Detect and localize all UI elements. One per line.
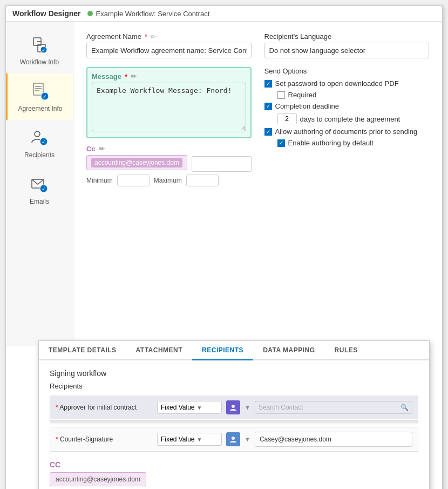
minimum-input[interactable] [117,175,150,186]
message-edit-icon[interactable]: ✏ [131,72,137,81]
cc-edit-icon[interactable]: ✏ [99,145,105,153]
maximum-label: Maximum [154,177,182,184]
body-layout: ✓ Workflow Info ✓ Agreeme [6,22,442,346]
panel-cc-section: CC accounting@caseyjones.dom [50,460,418,486]
status-dot [87,11,93,16]
required-star: * [145,32,147,41]
sidebar-label-recipients: Recipients [24,151,55,159]
enable-authoring-row: Enable authoring by default [277,139,430,147]
panel-body: Signing workflow Recipients * Approver f… [39,360,429,489]
cc-wrapper: accounting@caseyjones.dom [86,155,187,170]
approver-label: * Approver for initial contract [56,404,153,411]
sidebar-item-emails[interactable]: ✓ Emails [6,166,73,213]
counter-sig-input[interactable] [255,432,412,447]
sidebar-item-agreement-info[interactable]: ✓ Agreement Info [6,73,73,120]
maximum-input[interactable] [186,175,219,186]
message-required-star: * [125,72,127,81]
cc-field-row: accounting@caseyjones.dom [86,155,252,172]
sidebar-item-recipients[interactable]: ✓ Recipients [6,120,73,166]
app-title: Workflow Designer [12,9,81,18]
svg-point-11 [35,131,40,137]
password-checkbox[interactable] [264,80,272,88]
recipients-sub-title: Recipients [50,382,418,390]
agreement-name-input[interactable] [86,43,252,58]
cc-section: Cc ✏ accounting@caseyjones.dom [86,145,252,172]
svg-text:✓: ✓ [42,186,46,192]
minimum-label: Minimum [86,177,113,184]
days-suffix: days to complete the agreement [300,115,401,123]
tab-data-mapping[interactable]: DATA MAPPING [253,341,324,360]
approver-dropdown[interactable]: Fixed Value ▼ [157,401,222,414]
password-row: Set password to open downloaded PDF [264,79,430,88]
svg-text:✓: ✓ [42,139,46,145]
approver-search-placeholder: Search Contact [259,404,398,411]
password-label: Set password to open downloaded PDF [275,79,399,88]
allow-authoring-checkbox[interactable] [264,128,272,136]
approver-contact-icon-btn[interactable] [226,400,240,414]
agreement-name-col: Agreement Name * ✏ [86,32,252,58]
shadow-separator [50,420,418,425]
approver-dropdown-arrow: ▼ [196,405,202,411]
counter-sig-dropdown[interactable]: Fixed Value ▼ [157,433,222,446]
agreement-info-icon: ✓ [30,81,51,102]
message-textarea[interactable] [92,83,246,131]
counter-signature-label: * Counter-Signature [56,436,153,443]
agreement-name-edit-icon[interactable]: ✏ [151,33,156,41]
min-max-row: Minimum Maximum [86,175,252,186]
required-label: Required [288,91,317,99]
svg-point-18 [232,437,235,440]
counter-sig-required-star: * [56,436,60,443]
panel-cc-label: CC [50,460,418,469]
sidebar: ✓ Workflow Info ✓ Agreeme [6,22,73,346]
svg-text:✓: ✓ [42,48,46,53]
approver-search-field[interactable]: Search Contact 🔍 [255,401,412,414]
counter-sig-dropdown-arrow: ▼ [196,437,202,443]
send-options-col: Send Options Set password to open downlo… [264,67,430,186]
main-content: Agreement Name * ✏ Recipient's Language [73,22,442,346]
allow-authoring-label: Allow authoring of documents prior to se… [275,128,418,136]
tabs-row: TEMPLATE DETAILS ATTACHMENT RECIPIENTS D… [39,341,429,360]
allow-authoring-row: Allow authoring of documents prior to se… [264,128,430,136]
counter-sig-small-arrow[interactable]: ▼ [245,436,250,443]
days-input[interactable] [277,113,297,124]
language-input[interactable] [264,43,430,58]
signing-workflow-title: Signing workflow [50,369,418,378]
agreement-name-row: Agreement Name * ✏ Recipient's Language [86,32,429,58]
cc-tag: accounting@caseyjones.dom [91,158,182,168]
counter-sig-contact-icon-btn[interactable] [226,432,240,446]
language-col: Recipient's Language [264,32,430,58]
approver-dropdown-small-arrow[interactable]: ▼ [245,404,250,411]
counter-sig-dropdown-value: Fixed Value [161,436,194,443]
svg-text:✓: ✓ [43,94,47,99]
recipient-row-approver: * Approver for initial contract Fixed Va… [50,396,418,419]
sidebar-label-agreement-info: Agreement Info [18,105,62,112]
tab-rules[interactable]: RULES [325,341,368,360]
send-options-label: Send Options [264,67,430,75]
tab-attachment[interactable]: ATTACHMENT [126,341,193,360]
sidebar-label-emails: Emails [30,198,49,205]
workflow-info-icon: ✓ [29,35,50,55]
svg-point-17 [232,405,235,408]
message-col: Message * ✏ Cc ✏ [86,67,252,186]
required-row: Required [277,91,430,99]
cc-label: Cc ✏ [86,145,252,153]
required-checkbox[interactable] [277,91,285,99]
agreement-name-label: Agreement Name * ✏ [86,32,252,41]
completion-deadline-checkbox[interactable] [264,103,272,110]
completion-deadline-label: Completion deadline [275,102,340,110]
sidebar-label-workflow-info: Workflow Info [20,58,59,66]
days-row: days to complete the agreement [277,113,430,124]
workflow-name-text: Example Workflow: Service Contract [96,10,210,18]
approver-search-icon: 🔍 [401,404,409,411]
enable-authoring-checkbox[interactable] [277,139,285,147]
recipient-row-counter-signature: * Counter-Signature Fixed Value ▼ ▼ [50,427,418,452]
message-label: Message * ✏ [92,72,246,81]
panel-cc-tag: accounting@caseyjones.dom [50,472,146,486]
approver-dropdown-value: Fixed Value [161,404,194,411]
enable-authoring-label: Enable authoring by default [288,139,374,147]
tab-template-details[interactable]: TEMPLATE DETAILS [39,341,126,360]
sidebar-item-workflow-info[interactable]: ✓ Workflow Info [6,27,73,73]
tab-recipients[interactable]: RECIPIENTS [192,341,253,360]
cc-input[interactable] [192,156,252,172]
completion-deadline-row: Completion deadline [264,102,430,110]
